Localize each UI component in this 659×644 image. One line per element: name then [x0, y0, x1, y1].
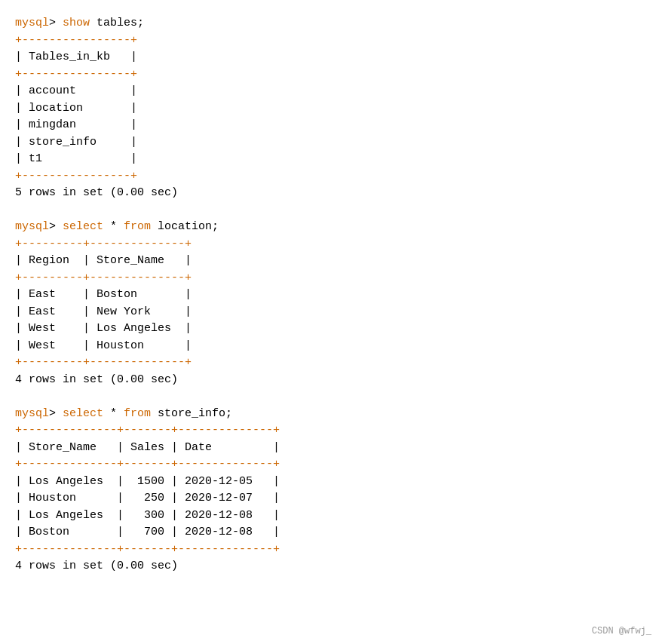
keyword-mysql-2: mysql	[15, 220, 49, 233]
border-line-1: +----------------+	[15, 34, 137, 47]
border-line-5: +---------+--------------+	[15, 271, 192, 284]
border-line-3: +----------------+	[15, 170, 137, 182]
border-line-6: +---------+--------------+	[15, 356, 192, 369]
border-line-7: +--------------+-------+--------------+	[15, 424, 280, 437]
border-line-8: +--------------+-------+--------------+	[15, 458, 280, 471]
keyword-show: show	[63, 17, 90, 29]
border-line-4: +---------+--------------+	[15, 238, 192, 250]
watermark: CSDN @wfwj_	[592, 626, 651, 636]
keyword-select-location: select	[63, 220, 103, 233]
keyword-from-store: from	[124, 407, 151, 420]
terminal-content: mysql> show tables; +----------------+ |…	[15, 15, 644, 575]
terminal: mysql> show tables; +----------------+ |…	[15, 15, 644, 575]
prompt-show-tables: mysql> show tables; +----------------+ |…	[15, 17, 280, 572]
border-line-9: +--------------+-------+--------------+	[15, 543, 280, 556]
keyword-mysql: mysql	[15, 17, 49, 29]
keyword-mysql-3: mysql	[15, 407, 49, 420]
keyword-select-store: select	[63, 407, 103, 420]
border-line-2: +----------------+	[15, 68, 137, 81]
keyword-from-location: from	[124, 220, 151, 233]
